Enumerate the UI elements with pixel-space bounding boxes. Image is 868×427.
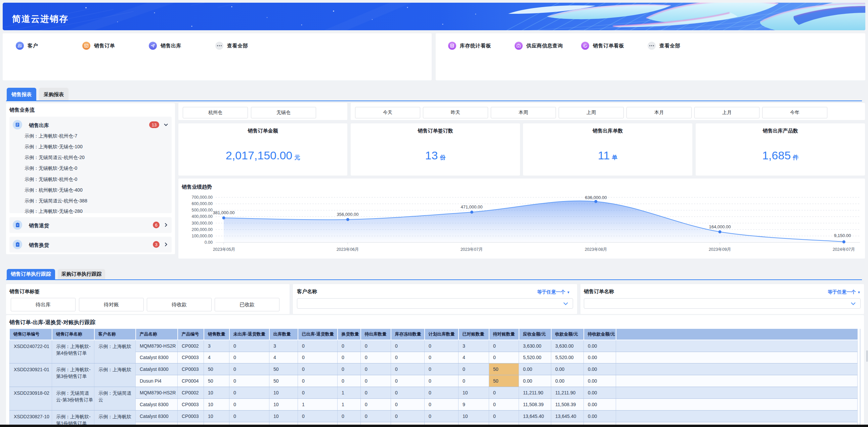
svg-text:700,000.00: 700,000.00 (191, 195, 213, 200)
svg-text:2023年06月: 2023年06月 (337, 247, 359, 252)
svg-text:2023年07月: 2023年07月 (461, 247, 483, 252)
svg-text:2024年07月: 2024年07月 (833, 247, 855, 252)
svg-text:2023年08月: 2023年08月 (585, 247, 607, 252)
svg-text:100,000.00: 100,000.00 (191, 234, 213, 238)
svg-text:0.00: 0.00 (205, 240, 213, 245)
svg-text:2023年05月: 2023年05月 (213, 247, 236, 252)
svg-text:9,150.00: 9,150.00 (834, 233, 851, 238)
svg-text:200,000.00: 200,000.00 (191, 227, 213, 232)
svg-text:2023年09月: 2023年09月 (709, 247, 731, 252)
svg-text:400,000.00: 400,000.00 (191, 214, 213, 219)
svg-text:600,000.00: 600,000.00 (191, 201, 213, 206)
svg-text:636,000.00: 636,000.00 (585, 195, 607, 200)
svg-text:164,000.00: 164,000.00 (709, 224, 731, 229)
svg-text:471,000.00: 471,000.00 (461, 204, 483, 209)
svg-text:356,000.00: 356,000.00 (337, 212, 359, 217)
svg-text:381,000.00: 381,000.00 (213, 210, 235, 215)
svg-text:500,000.00: 500,000.00 (191, 208, 213, 212)
svg-text:300,000.00: 300,000.00 (191, 221, 213, 226)
